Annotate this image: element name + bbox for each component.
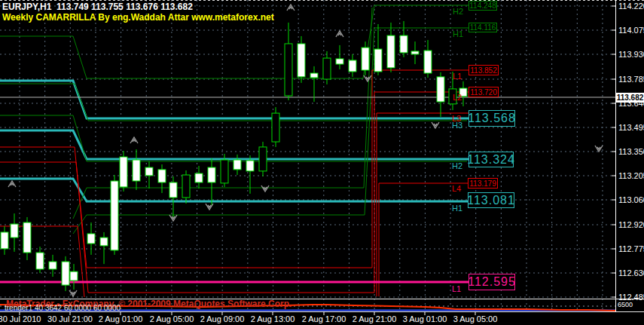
candle-body (87, 234, 95, 244)
candle-body (169, 182, 177, 198)
pivot-level-label: L2 (453, 93, 462, 102)
ohlc-quote-line: EURJPY,H1 113.749 113.755 113.676 113.68… (2, 2, 193, 12)
current-price-tag: 113.682 (616, 93, 644, 103)
time-axis-label: 30 Jul 2010 (0, 314, 41, 323)
candle-body (182, 175, 190, 198)
chart-canvas[interactable] (0, 0, 644, 325)
subwindow-scale-label: 6500 (618, 301, 633, 308)
time-axis-label: 3 Aug 01:00 (403, 314, 447, 323)
price-axis-label: 112.630 (618, 268, 644, 277)
price-axis-label: 112.775 (618, 244, 644, 253)
candle-body (437, 77, 444, 102)
indicator-title: Weekly CAMARRILLA By eng.Waddah Attar ww… (2, 12, 274, 23)
pivot-level-label: L4 (452, 184, 461, 193)
up-fractal-arrow-icon (8, 181, 16, 187)
pivot-level-line (73, 28, 469, 234)
pivot-price-box: 112.595 (469, 274, 515, 290)
time-axis-label: 3 Aug 05:00 (453, 314, 498, 323)
pivot-level-label: H1 (453, 29, 463, 38)
price-axis-label: 112.920 (618, 220, 644, 229)
time-axis-label: 2 Aug 17:00 (302, 314, 346, 323)
pivot-price-box: 113.852 (469, 65, 499, 75)
candle-body (36, 253, 44, 269)
price-axis-label: 113.930 (618, 50, 644, 59)
down-fractal-arrow-icon (261, 185, 269, 192)
candle-body (411, 51, 419, 54)
candle-body (336, 59, 343, 64)
pivot-level-label: L1 (452, 284, 461, 293)
pivot-level-label: H2 (452, 161, 462, 170)
pivot-price-box: 113.179 (468, 178, 498, 189)
pivot-price-box: 113.720 (469, 87, 499, 97)
candle-body (145, 167, 153, 176)
candle-body (100, 238, 108, 246)
price-axis-label: 113.060 (618, 195, 644, 204)
candle-body (362, 48, 369, 70)
pivot-price-box: 113.568 (469, 110, 515, 127)
time-axis-label: 30 Jul 21:00 (47, 314, 93, 323)
time-axis-label: 2 Aug 05:00 (150, 314, 194, 323)
candle-body (298, 44, 305, 77)
time-axis-label: 2 Aug 13:00 (251, 314, 295, 323)
pivot-price-box: 114.248 (469, 1, 497, 11)
down-fractal-arrow-icon (206, 204, 213, 210)
candle-body (221, 160, 228, 183)
pivot-price-box: 113.081 (468, 192, 514, 208)
up-fractal-arrow-icon (336, 31, 343, 37)
candle-body (195, 173, 203, 182)
candle-body (233, 160, 241, 170)
metatrader-chart-window: EURJPY,H1 113.749 113.755 113.676 113.68… (0, 0, 644, 325)
candle-body (246, 161, 254, 171)
candle-body (11, 224, 18, 238)
candle-body (374, 49, 382, 72)
candle-body (424, 51, 432, 73)
down-fractal-arrow-icon (595, 146, 603, 152)
candle-body (23, 222, 31, 253)
price-axis-label: 114.075 (618, 26, 644, 35)
price-axis-label: 113.495 (618, 123, 644, 132)
candle-body (120, 157, 127, 187)
pivot-level-label: H1 (452, 204, 462, 213)
subwindow-indicator-text: trender1 40 3642 60 0000 60 0000 (5, 304, 121, 312)
up-fractal-arrow-icon (130, 137, 138, 143)
candle-body (400, 35, 407, 53)
candle-body (70, 271, 78, 281)
candle-body (1, 232, 8, 249)
candle-body (310, 73, 318, 78)
candle-body (285, 44, 292, 96)
pivot-level-label: L1 (453, 72, 462, 81)
candle-body (62, 262, 69, 285)
candle-body (111, 181, 118, 250)
candle-body (323, 58, 331, 79)
candle-body (259, 147, 267, 171)
candle-body (349, 60, 356, 72)
up-fractal-arrow-icon (287, 5, 295, 11)
price-axis-label: 113.350 (618, 147, 644, 156)
down-fractal-arrow-icon (432, 122, 439, 128)
candle-body (49, 262, 56, 269)
candle-body (272, 113, 279, 142)
pivot-price-box: 114.116 (469, 23, 497, 32)
time-axis-label: 2 Aug 01:00 (99, 314, 143, 323)
down-fractal-arrow-icon (364, 75, 371, 81)
candle-body (387, 35, 395, 68)
candle-body (158, 170, 166, 182)
candle-body (208, 167, 215, 182)
time-axis-label: 2 Aug 21:00 (353, 314, 397, 323)
time-axis-label: 2 Aug 09:00 (200, 314, 245, 323)
pivot-price-box: 113.324 (469, 152, 514, 167)
candle-body (133, 160, 140, 181)
pivot-level-label: H3 (452, 121, 462, 130)
pivot-level-label: H2 (453, 7, 463, 16)
price-axis-label: 113.785 (618, 75, 644, 84)
price-axis-label: 113.205 (618, 171, 644, 180)
price-axis-label: 114.220 (618, 2, 644, 11)
